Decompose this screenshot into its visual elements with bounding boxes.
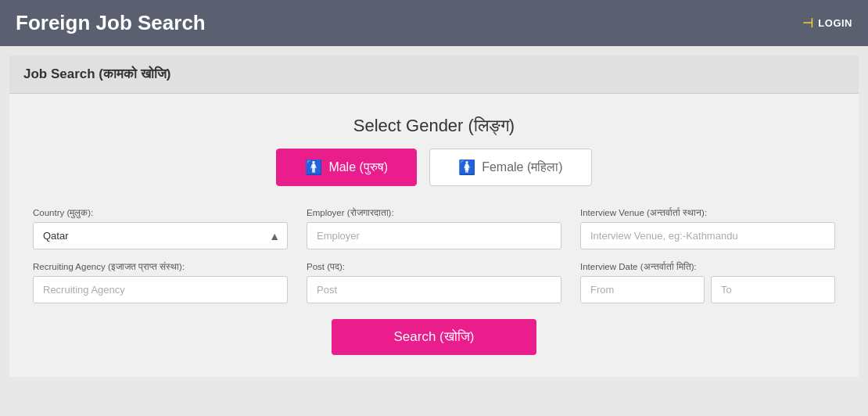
date-range-row — [580, 276, 835, 303]
post-label: Post (पद): — [307, 262, 561, 272]
country-select[interactable]: Qatar UAE Saudi Arabia Kuwait Bahrain Om… — [33, 222, 288, 249]
agency-label: Recruiting Agency (इजाजत प्राप्त संस्था)… — [33, 262, 288, 272]
interview-date-field-group: Interview Date (अन्तर्वार्ता मिति): — [580, 262, 835, 303]
employer-input[interactable] — [307, 222, 561, 249]
venue-label: Interview Venue (अन्तर्वार्ता स्थान): — [580, 208, 835, 218]
search-section: Search (खोजि) — [33, 319, 835, 355]
country-select-wrapper: Qatar UAE Saudi Arabia Kuwait Bahrain Om… — [33, 222, 288, 249]
main-container: Job Search (कामको खोजि) Select Gender (ल… — [9, 56, 859, 377]
login-icon: ⊣ — [802, 16, 814, 30]
post-field-group: Post (पद): — [307, 262, 561, 303]
agency-input[interactable] — [33, 276, 288, 303]
interview-date-label: Interview Date (अन्तर्वार्ता मिति): — [580, 262, 835, 272]
search-button[interactable]: Search (खोजि) — [332, 319, 537, 355]
female-label: Female (महिला) — [482, 160, 562, 174]
login-label: LOGIN — [818, 17, 852, 29]
male-icon: 🚹 — [305, 159, 322, 176]
form-area: Select Gender (लिङ्ग) 🚹 Male (पुरुष) 🚺 F… — [9, 94, 859, 377]
venue-input[interactable] — [580, 222, 835, 249]
female-gender-button[interactable]: 🚺 Female (महिला) — [429, 149, 591, 186]
country-label: Country (मुलुक): — [33, 208, 288, 218]
male-label: Male (पुरुष) — [328, 160, 388, 174]
male-gender-button[interactable]: 🚹 Male (पुरुष) — [276, 149, 417, 186]
date-from-input[interactable] — [580, 276, 705, 303]
form-grid: Country (मुलुक): Qatar UAE Saudi Arabia … — [33, 208, 835, 303]
gender-section: Select Gender (लिङ्ग) 🚹 Male (पुरुष) 🚺 F… — [33, 116, 835, 186]
post-input[interactable] — [307, 276, 561, 303]
app-header: Foreign Job Search ⊣ LOGIN — [0, 0, 868, 46]
country-field-group: Country (मुलुक): Qatar UAE Saudi Arabia … — [33, 208, 288, 249]
date-to-input[interactable] — [711, 276, 835, 303]
gender-buttons: 🚹 Male (पुरुष) 🚺 Female (महिला) — [33, 149, 835, 186]
section-header: Job Search (कामको खोजि) — [9, 56, 859, 94]
gender-title: Select Gender (लिङ्ग) — [33, 116, 835, 136]
female-icon: 🚺 — [458, 159, 475, 176]
employer-field-group: Employer (रोजगारदाता): — [307, 208, 561, 249]
login-button[interactable]: ⊣ LOGIN — [802, 16, 852, 30]
agency-field-group: Recruiting Agency (इजाजत प्राप्त संस्था)… — [33, 262, 288, 303]
employer-label: Employer (रोजगारदाता): — [307, 208, 561, 218]
app-title: Foreign Job Search — [16, 11, 206, 35]
venue-field-group: Interview Venue (अन्तर्वार्ता स्थान): — [580, 208, 835, 249]
